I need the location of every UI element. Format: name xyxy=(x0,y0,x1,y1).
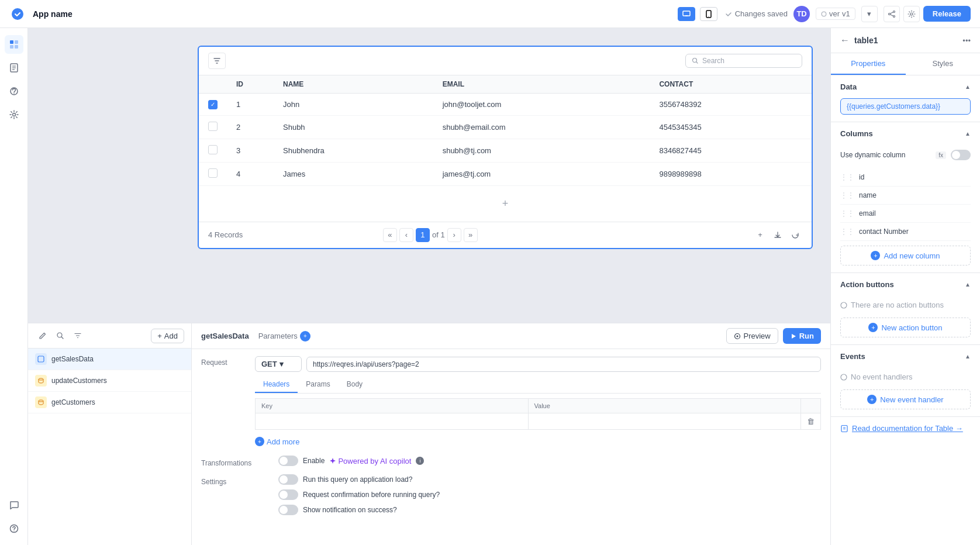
request-tabs: Headers Params Body xyxy=(255,377,821,394)
filter-button[interactable] xyxy=(208,53,226,69)
params-icon[interactable]: + xyxy=(300,331,310,342)
method-select[interactable]: GET ▾ xyxy=(255,356,302,372)
setting-toggle-2[interactable] xyxy=(278,489,298,500)
events-section-header[interactable]: Events ▲ xyxy=(831,345,980,368)
setting-toggle-1[interactable] xyxy=(278,474,298,485)
query-item-getSalesData[interactable]: getSalesData xyxy=(28,349,191,370)
refresh-icon[interactable] xyxy=(788,228,802,242)
drag-handle-id[interactable]: ⋮⋮ xyxy=(840,173,854,181)
expand-btn[interactable]: ▾ xyxy=(861,6,878,22)
cell-contact-2: 4545345345 xyxy=(650,115,812,139)
data-section-header[interactable]: Data ▲ xyxy=(831,75,980,98)
sidebar-icon-help[interactable] xyxy=(5,519,23,538)
topbar-right: Changes saved TD ver v1 ▾ Release xyxy=(724,6,971,22)
add-row-icon[interactable]: + xyxy=(753,228,767,242)
query-item-updateCustomers[interactable]: updateCustomers xyxy=(28,370,191,392)
new-event-button[interactable]: + New event handler xyxy=(840,389,971,409)
run-button[interactable]: Run xyxy=(783,328,821,344)
tab-styles[interactable]: Styles xyxy=(906,53,981,75)
drag-handle-name[interactable]: ⋮⋮ xyxy=(840,191,854,199)
data-chevron: ▲ xyxy=(965,84,971,90)
row-checkbox-3[interactable] xyxy=(208,145,218,154)
value-input[interactable] xyxy=(534,418,795,426)
first-page-btn[interactable]: « xyxy=(383,228,397,242)
download-icon[interactable] xyxy=(771,228,785,242)
panel-tabs: Properties Styles xyxy=(831,53,980,75)
add-row-area[interactable]: + xyxy=(199,186,812,222)
sidebar-icon-pages[interactable] xyxy=(5,58,23,77)
columns-chevron: ▲ xyxy=(965,130,971,137)
search-query-icon[interactable] xyxy=(53,328,68,343)
data-value-input[interactable] xyxy=(840,98,971,115)
canvas: Search ID NAME EMAIL CONTACT xyxy=(28,28,830,545)
sidebar-icon-chat[interactable] xyxy=(5,496,23,515)
url-input[interactable] xyxy=(306,357,821,372)
desktop-view-btn[interactable] xyxy=(678,7,695,21)
row-checkbox-4[interactable] xyxy=(208,168,218,178)
delete-row-btn[interactable]: 🗑 xyxy=(807,417,815,426)
add-column-button[interactable]: + Add new column xyxy=(840,246,971,265)
tab-body[interactable]: Body xyxy=(339,377,371,393)
last-page-btn[interactable]: » xyxy=(464,228,478,242)
edit-query-icon[interactable] xyxy=(35,328,50,343)
tab-params[interactable]: Params xyxy=(298,377,338,393)
setting-toggle-3[interactable] xyxy=(278,505,298,515)
value-header: Value xyxy=(528,399,801,413)
sidebar-icon-settings[interactable] xyxy=(5,105,23,124)
svg-line-9 xyxy=(890,12,893,13)
query-bottom: + Add getSalesData upd xyxy=(28,323,830,545)
query-item-getCustomers[interactable]: getCustomers xyxy=(28,392,191,413)
prev-page-btn[interactable]: ‹ xyxy=(399,228,413,242)
current-page[interactable]: 1 xyxy=(416,228,430,242)
user-avatar[interactable]: TD xyxy=(793,6,810,22)
add-query-button[interactable]: + Add xyxy=(151,329,184,343)
fx-badge: fx xyxy=(936,151,946,159)
release-button[interactable]: Release xyxy=(923,6,971,22)
svg-point-5 xyxy=(822,12,826,16)
tab-properties[interactable]: Properties xyxy=(831,53,906,75)
doc-link[interactable]: Read documentation for Table → xyxy=(831,417,980,440)
svg-rect-29 xyxy=(38,356,44,362)
more-options-button[interactable]: ••• xyxy=(962,36,971,45)
query-icon-api xyxy=(35,353,47,365)
drag-handle-email[interactable]: ⋮⋮ xyxy=(840,209,854,218)
tab-headers[interactable]: Headers xyxy=(255,377,298,393)
table-search[interactable]: Search xyxy=(685,54,802,68)
sidebar-icon-queries[interactable] xyxy=(5,82,23,101)
back-button[interactable]: ← xyxy=(840,35,850,46)
add-more-icon: + xyxy=(255,437,264,446)
pagination: « ‹ 1 of 1 › » xyxy=(383,228,478,242)
events-section-content: No event handlers + New event handler xyxy=(831,368,980,416)
share-btn[interactable] xyxy=(884,6,900,22)
action-buttons-header[interactable]: Action buttons ▲ xyxy=(831,273,980,296)
svg-line-10 xyxy=(890,14,893,15)
add-more-button[interactable]: + Add more xyxy=(255,434,299,449)
table-widget: Search ID NAME EMAIL CONTACT xyxy=(198,46,813,249)
filter-query-icon[interactable] xyxy=(70,328,85,343)
query-editor-header: getSalesData Parameters + Preview xyxy=(192,323,830,349)
cell-email-1: john@tooljet.com xyxy=(433,94,650,116)
row-checkbox-2[interactable] xyxy=(208,122,218,131)
preview-button[interactable]: Preview xyxy=(726,328,778,344)
data-table: ID NAME EMAIL CONTACT ✓ 1 John john@tool… xyxy=(199,75,812,186)
dynamic-column-toggle[interactable] xyxy=(951,150,971,160)
column-name-email: email xyxy=(859,209,971,218)
column-name-contact: contact Number xyxy=(859,227,971,236)
drag-handle-contact[interactable]: ⋮⋮ xyxy=(840,227,854,236)
table-row: 3 Shubhendra shubh@tj.com 8346827445 xyxy=(199,139,812,162)
enable-transform-row: Enable Powered by AI copilot i xyxy=(278,456,821,466)
new-action-button[interactable]: + New action button xyxy=(840,318,971,337)
next-page-btn[interactable]: › xyxy=(447,228,461,242)
key-input[interactable] xyxy=(261,418,522,426)
setting-row-2: Request confirmation before running quer… xyxy=(278,489,821,500)
columns-section-header[interactable]: Columns ▲ xyxy=(831,122,980,145)
sidebar-icon-components[interactable] xyxy=(5,35,23,54)
mobile-view-btn[interactable] xyxy=(700,7,717,21)
th-name: NAME xyxy=(274,75,433,94)
query-name-getSalesData: getSalesData xyxy=(51,355,94,363)
enable-transform-toggle[interactable] xyxy=(278,456,298,466)
row-checkbox-1[interactable]: ✓ xyxy=(208,100,218,109)
column-item-email: ⋮⋮ email xyxy=(840,205,971,223)
settings-btn[interactable] xyxy=(903,6,920,22)
ai-info-icon[interactable]: i xyxy=(416,457,424,465)
